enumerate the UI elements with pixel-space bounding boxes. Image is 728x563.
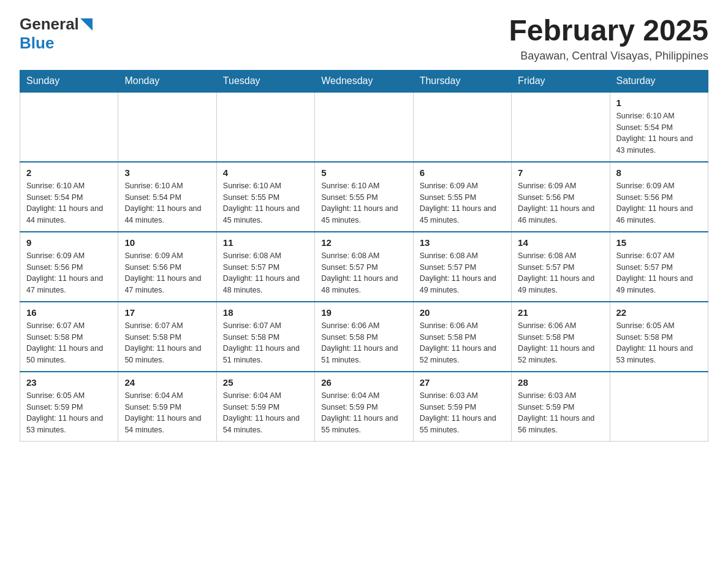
week-row-3: 9Sunrise: 6:09 AM Sunset: 5:56 PM Daylig…	[20, 232, 708, 302]
day-cell: 16Sunrise: 6:07 AM Sunset: 5:58 PM Dayli…	[20, 302, 118, 372]
day-info: Sunrise: 6:03 AM Sunset: 5:59 PM Dayligh…	[518, 390, 603, 436]
day-cell: 1Sunrise: 6:10 AM Sunset: 5:54 PM Daylig…	[610, 92, 708, 162]
day-info: Sunrise: 6:07 AM Sunset: 5:58 PM Dayligh…	[223, 320, 308, 366]
day-number: 1	[616, 98, 702, 108]
day-info: Sunrise: 6:04 AM Sunset: 5:59 PM Dayligh…	[124, 390, 210, 436]
calendar-table: SundayMondayTuesdayWednesdayThursdayFrid…	[20, 70, 708, 442]
day-info: Sunrise: 6:04 AM Sunset: 5:59 PM Dayligh…	[223, 390, 308, 436]
day-number: 6	[420, 167, 505, 178]
day-cell: 27Sunrise: 6:03 AM Sunset: 5:59 PM Dayli…	[413, 372, 511, 442]
day-number: 5	[321, 167, 406, 178]
day-number: 3	[124, 167, 210, 178]
day-cell	[413, 92, 511, 162]
day-cell: 21Sunrise: 6:06 AM Sunset: 5:58 PM Dayli…	[512, 302, 610, 372]
day-info: Sunrise: 6:08 AM Sunset: 5:57 PM Dayligh…	[518, 250, 603, 296]
day-cell: 28Sunrise: 6:03 AM Sunset: 5:59 PM Dayli…	[512, 372, 610, 442]
day-info: Sunrise: 6:10 AM Sunset: 5:54 PM Dayligh…	[26, 180, 112, 226]
week-row-2: 2Sunrise: 6:10 AM Sunset: 5:54 PM Daylig…	[20, 162, 708, 232]
day-info: Sunrise: 6:05 AM Sunset: 5:59 PM Dayligh…	[26, 390, 112, 436]
day-cell: 7Sunrise: 6:09 AM Sunset: 5:56 PM Daylig…	[512, 162, 610, 232]
day-info: Sunrise: 6:10 AM Sunset: 5:55 PM Dayligh…	[321, 180, 406, 226]
day-number: 24	[124, 377, 210, 388]
day-info: Sunrise: 6:06 AM Sunset: 5:58 PM Dayligh…	[518, 320, 603, 366]
day-info: Sunrise: 6:08 AM Sunset: 5:57 PM Dayligh…	[321, 250, 406, 296]
day-cell: 20Sunrise: 6:06 AM Sunset: 5:58 PM Dayli…	[413, 302, 511, 372]
day-info: Sunrise: 6:07 AM Sunset: 5:57 PM Dayligh…	[616, 250, 702, 296]
day-cell: 24Sunrise: 6:04 AM Sunset: 5:59 PM Dayli…	[118, 372, 216, 442]
day-number: 7	[518, 167, 603, 178]
day-cell: 4Sunrise: 6:10 AM Sunset: 5:55 PM Daylig…	[216, 162, 314, 232]
day-cell: 22Sunrise: 6:05 AM Sunset: 5:58 PM Dayli…	[610, 302, 708, 372]
day-number: 23	[26, 377, 112, 388]
day-info: Sunrise: 6:06 AM Sunset: 5:58 PM Dayligh…	[321, 320, 406, 366]
day-cell: 2Sunrise: 6:10 AM Sunset: 5:54 PM Daylig…	[20, 162, 118, 232]
day-number: 25	[223, 377, 308, 388]
day-cell: 26Sunrise: 6:04 AM Sunset: 5:59 PM Dayli…	[315, 372, 413, 442]
day-info: Sunrise: 6:10 AM Sunset: 5:54 PM Dayligh…	[616, 110, 702, 156]
day-info: Sunrise: 6:09 AM Sunset: 5:55 PM Dayligh…	[420, 180, 505, 226]
day-info: Sunrise: 6:08 AM Sunset: 5:57 PM Dayligh…	[223, 250, 308, 296]
day-cell: 12Sunrise: 6:08 AM Sunset: 5:57 PM Dayli…	[315, 232, 413, 302]
week-row-4: 16Sunrise: 6:07 AM Sunset: 5:58 PM Dayli…	[20, 302, 708, 372]
day-number: 21	[518, 307, 603, 318]
day-cell: 8Sunrise: 6:09 AM Sunset: 5:56 PM Daylig…	[610, 162, 708, 232]
column-header-saturday: Saturday	[610, 70, 708, 92]
day-number: 8	[616, 167, 702, 178]
day-cell	[512, 92, 610, 162]
day-cell: 13Sunrise: 6:08 AM Sunset: 5:57 PM Dayli…	[413, 232, 511, 302]
day-info: Sunrise: 6:10 AM Sunset: 5:54 PM Dayligh…	[124, 180, 210, 226]
day-number: 14	[518, 237, 603, 248]
day-info: Sunrise: 6:04 AM Sunset: 5:59 PM Dayligh…	[321, 390, 406, 436]
day-cell: 19Sunrise: 6:06 AM Sunset: 5:58 PM Dayli…	[315, 302, 413, 372]
day-cell: 14Sunrise: 6:08 AM Sunset: 5:57 PM Dayli…	[512, 232, 610, 302]
day-number: 19	[321, 307, 406, 318]
day-number: 9	[26, 237, 112, 248]
day-info: Sunrise: 6:06 AM Sunset: 5:58 PM Dayligh…	[420, 320, 505, 366]
day-number: 13	[420, 237, 505, 248]
day-cell	[20, 92, 118, 162]
column-header-thursday: Thursday	[413, 70, 511, 92]
month-title: February 2025	[509, 15, 708, 47]
column-header-sunday: Sunday	[20, 70, 118, 92]
week-row-1: 1Sunrise: 6:10 AM Sunset: 5:54 PM Daylig…	[20, 92, 708, 162]
day-number: 26	[321, 377, 406, 388]
logo-general-text: General	[20, 15, 79, 34]
day-cell: 17Sunrise: 6:07 AM Sunset: 5:58 PM Dayli…	[118, 302, 216, 372]
day-info: Sunrise: 6:08 AM Sunset: 5:57 PM Dayligh…	[420, 250, 505, 296]
day-info: Sunrise: 6:09 AM Sunset: 5:56 PM Dayligh…	[26, 250, 112, 296]
day-cell: 23Sunrise: 6:05 AM Sunset: 5:59 PM Dayli…	[20, 372, 118, 442]
column-header-tuesday: Tuesday	[216, 70, 314, 92]
day-number: 11	[223, 237, 308, 248]
day-info: Sunrise: 6:05 AM Sunset: 5:58 PM Dayligh…	[616, 320, 702, 366]
day-cell: 3Sunrise: 6:10 AM Sunset: 5:54 PM Daylig…	[118, 162, 216, 232]
day-cell: 9Sunrise: 6:09 AM Sunset: 5:56 PM Daylig…	[20, 232, 118, 302]
day-cell	[610, 372, 708, 442]
day-number: 2	[26, 167, 112, 178]
day-cell: 25Sunrise: 6:04 AM Sunset: 5:59 PM Dayli…	[216, 372, 314, 442]
day-info: Sunrise: 6:07 AM Sunset: 5:58 PM Dayligh…	[26, 320, 112, 366]
day-cell: 18Sunrise: 6:07 AM Sunset: 5:58 PM Dayli…	[216, 302, 314, 372]
day-cell: 15Sunrise: 6:07 AM Sunset: 5:57 PM Dayli…	[610, 232, 708, 302]
day-number: 22	[616, 307, 702, 318]
svg-marker-0	[80, 18, 93, 31]
day-info: Sunrise: 6:09 AM Sunset: 5:56 PM Dayligh…	[124, 250, 210, 296]
page-header: General Blue February 2025 Bayawan, Cent…	[20, 15, 708, 63]
week-row-5: 23Sunrise: 6:05 AM Sunset: 5:59 PM Dayli…	[20, 372, 708, 442]
day-cell	[118, 92, 216, 162]
day-cell	[216, 92, 314, 162]
day-number: 4	[223, 167, 308, 178]
day-number: 10	[124, 237, 210, 248]
day-number: 12	[321, 237, 406, 248]
day-number: 15	[616, 237, 702, 248]
day-number: 27	[420, 377, 505, 388]
day-number: 18	[223, 307, 308, 318]
logo-blue-text: Blue	[20, 34, 54, 53]
logo-arrow-icon	[80, 18, 93, 31]
day-number: 28	[518, 377, 603, 388]
day-number: 16	[26, 307, 112, 318]
day-info: Sunrise: 6:10 AM Sunset: 5:55 PM Dayligh…	[223, 180, 308, 226]
day-cell: 10Sunrise: 6:09 AM Sunset: 5:56 PM Dayli…	[118, 232, 216, 302]
column-header-monday: Monday	[118, 70, 216, 92]
day-cell: 11Sunrise: 6:08 AM Sunset: 5:57 PM Dayli…	[216, 232, 314, 302]
day-number: 20	[420, 307, 505, 318]
